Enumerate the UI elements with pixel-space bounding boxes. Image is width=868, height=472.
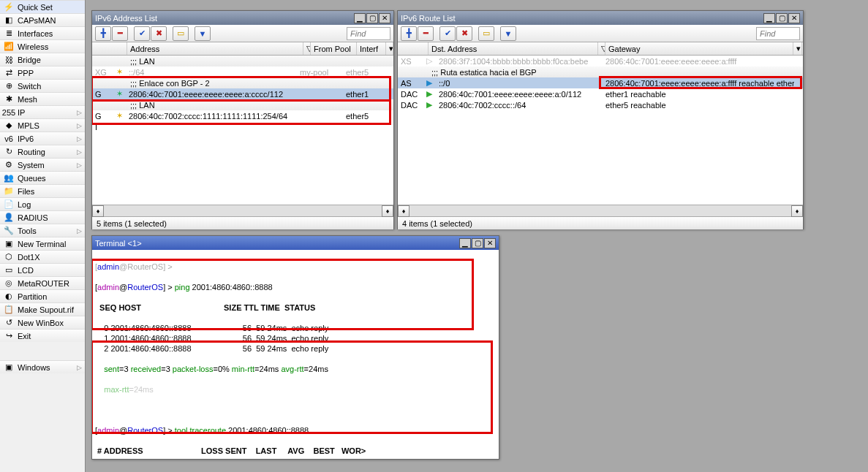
sidebar-item-new-winbox[interactable]: ↺New WinBox [0,316,85,329]
minimize-button[interactable]: ▁ [763,13,775,23]
sidebar-label: RADIUS [18,213,48,222]
comment-text: ;;; LAN [127,101,158,110]
sidebar-item-mpls[interactable]: ◆MPLS▷ [0,118,85,132]
route-row[interactable]: DAC▶2806:40c:7001:eeee:eeee:eeee:a:0/112… [398,88,803,99]
address-row[interactable]: XG✶::/64my-poolether5 [92,66,393,77]
sidebar-item-quick-set[interactable]: ⚡Quick Set [0,0,85,13]
sidebar-item-make-supout-rif[interactable]: 📋Make Supout.rif [0,302,85,316]
maximize-button[interactable]: ▢ [472,238,483,248]
terminal-output[interactable]: [admin@RouterOS] > [admin@RouterOS] > pi… [92,250,499,459]
workspace: IPv6 Address List ▁ ▢ ✕ ╋ ━ ✔ ✖ ▭ ▼ Addr… [87,0,868,472]
sidebar-item-exit[interactable]: ↪Exit [0,329,85,342]
titlebar-route-list[interactable]: IPv6 Route List ▁ ▢ ✕ [398,11,803,25]
gateway-cell: 2806:40c:7001:eeee:eeee:eeee:a:ffff [603,57,794,66]
sidebar-item-mesh[interactable]: ✱Mesh [0,92,85,105]
scroll-left-icon[interactable]: ♦ [398,205,410,217]
col-interface[interactable]: Interf [357,42,386,55]
sidebar-label: CAPsMAN [18,16,56,25]
sidebar-item-capsman[interactable]: ◧CAPsMAN [0,13,85,26]
sidebar-item-bridge[interactable]: ⛓Bridge [0,53,85,66]
sidebar-item-files[interactable]: 📁Files [0,184,85,197]
add-button[interactable]: ╋ [401,26,417,41]
address-row[interactable]: G✶2806:40c:7001:eeee:eeee:eeee:a:cccc/11… [92,88,393,99]
sidebar-item-radius[interactable]: 👤RADIUS [0,210,85,224]
route-row[interactable]: DAC▶2806:40c:7002:cccc::/64ether5 reacha… [398,99,803,110]
comment-button[interactable]: ▭ [478,26,494,41]
scroll-right-icon[interactable]: ♦ [791,205,803,217]
sidebar-item-ppp[interactable]: ⇄PPP [0,66,85,79]
scroll-left-icon[interactable]: ♦ [92,205,104,217]
titlebar-terminal[interactable]: Terminal <1> ▁ ▢ ✕ [92,236,499,250]
col-frompool[interactable]: From Pool [311,42,357,55]
sidebar-item-queues[interactable]: 👥Queues [0,171,85,184]
remove-button[interactable]: ━ [418,26,434,41]
column-headers[interactable]: Dst. Address ▽ Gateway ▾ [398,42,803,56]
maximize-button[interactable]: ▢ [776,13,788,23]
find-input[interactable] [347,27,390,40]
sidebar-item-windows[interactable]: ▣Windows▷ [0,360,85,373]
sidebar-item-new-terminal[interactable]: ▣New Terminal [0,237,85,250]
status-text: 5 items (1 selected) [97,219,167,228]
comment-row[interactable]: ;;; LAN [92,99,393,110]
sidebar-icon: ⛓ [3,54,15,66]
minimize-button[interactable]: ▁ [459,238,471,248]
address-row[interactable]: G✶2806:40c:7002:cccc:1111:1111:1111:254/… [92,110,393,121]
sidebar-item-partition[interactable]: ◐Partition [0,289,85,302]
route-row[interactable]: XS▷2806:3f7:1004:bbbb:bbbb:bbbb:f0ca:beb… [398,56,803,66]
route-grid[interactable]: XS▷2806:3f7:1004:bbbb:bbbb:bbbb:f0ca:beb… [398,56,803,205]
enable-button[interactable]: ✔ [439,26,456,41]
sidebar-item-ip[interactable]: 255IP▷ [0,105,85,118]
close-button[interactable]: ✕ [788,13,800,23]
sidebar-item-log[interactable]: 📄Log [0,197,85,210]
col-more-icon[interactable]: ▾ [793,42,802,55]
sidebar-item-interfaces[interactable]: ≣Interfaces [0,26,85,39]
sidebar-item-metarouter[interactable]: ◎MetaROUTER [0,276,85,289]
close-button[interactable]: ✕ [379,13,390,23]
scroll-right-icon[interactable]: ♦ [382,205,393,217]
comment-text: ;;; LAN [127,57,158,66]
address-row[interactable]: I [92,121,393,132]
add-button[interactable]: ╋ [95,26,111,41]
find-input[interactable] [756,27,800,40]
col-sort-icon[interactable]: ▽ [598,42,605,55]
titlebar-address-list[interactable]: IPv6 Address List ▁ ▢ ✕ [92,11,393,25]
horizontal-scrollbar[interactable]: ♦ ♦ [398,205,803,216]
comment-row[interactable]: ;;; Enlace con BGP - 2 [92,77,393,88]
minimize-button[interactable]: ▁ [354,13,366,23]
sidebar-label: Wireless [18,42,48,51]
col-address[interactable]: Address [127,42,303,55]
disable-button[interactable]: ✖ [456,26,472,41]
horizontal-scrollbar[interactable]: ♦ ♦ [92,205,393,216]
comment-row[interactable]: ;;; LAN [92,56,393,66]
sidebar-item-ipv6[interactable]: v6IPv6▷ [0,132,85,145]
dst-cell: ::/0 [436,79,603,88]
close-button[interactable]: ✕ [484,238,496,248]
maximize-button[interactable]: ▢ [366,13,378,23]
submenu-arrow-icon: ▷ [77,227,82,235]
col-gateway[interactable]: Gateway [605,42,793,55]
sidebar-item-system[interactable]: ⚙System▷ [0,158,85,171]
comment-button[interactable]: ▭ [173,26,189,41]
sidebar-label: Partition [18,292,47,301]
sidebar-item-dot1x[interactable]: ⬡Dot1X [0,250,85,263]
sidebar-icon: 📋 [3,304,15,316]
filter-button[interactable]: ▼ [195,26,211,41]
sidebar-item-lcd[interactable]: ▭LCD [0,263,85,276]
address-grid[interactable]: ;;; LANXG✶::/64my-poolether5;;; Enlace c… [92,56,393,205]
sidebar-item-tools[interactable]: 🔧Tools▷ [0,224,85,237]
filter-button[interactable]: ▼ [500,26,516,41]
disable-button[interactable]: ✖ [151,26,167,41]
col-flag[interactable] [92,42,127,55]
col-flag[interactable] [398,42,429,55]
sidebar-item-wireless[interactable]: 📶Wireless [0,39,85,53]
col-sort-icon[interactable]: ▽ [303,42,311,55]
col-more-icon[interactable]: ▾ [386,42,393,55]
remove-button[interactable]: ━ [112,26,128,41]
sidebar-item-switch[interactable]: ⊕Switch [0,79,85,92]
route-row[interactable]: AS▶::/02806:40c:7001:eeee:eeee:eeee:a:ff… [398,77,803,88]
sidebar-item-routing[interactable]: ↻Routing▷ [0,145,85,158]
column-headers[interactable]: Address ▽ From Pool Interf ▾ [92,42,393,56]
enable-button[interactable]: ✔ [134,26,150,41]
col-dst[interactable]: Dst. Address [429,42,598,55]
comment-row[interactable]: ;;; Ruta estatica hacia el BGP [398,66,803,77]
